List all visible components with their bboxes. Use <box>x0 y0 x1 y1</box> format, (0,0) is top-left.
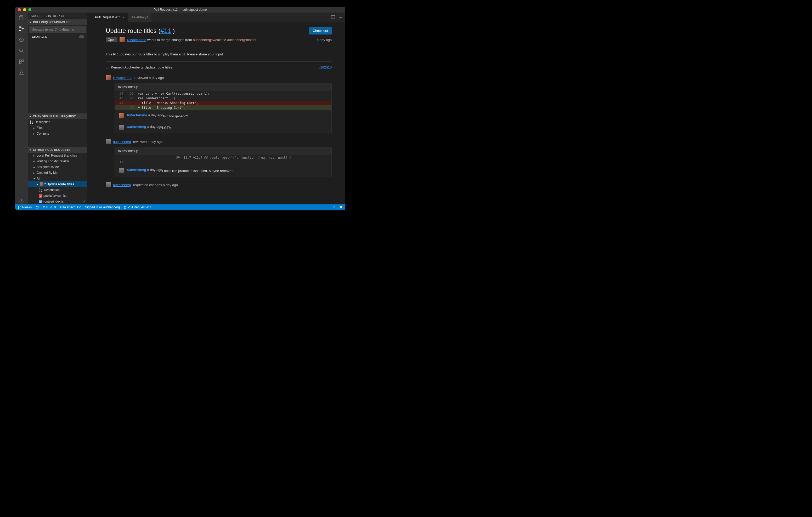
reviewer-link[interactable]: auchenberg <box>113 140 131 144</box>
changes-row[interactable]: CHANGES 0 <box>28 34 87 40</box>
activity-bar <box>15 12 28 204</box>
svg-point-15 <box>39 191 40 191</box>
scm-icon[interactable] <box>18 26 25 32</box>
svg-rect-8 <box>22 60 24 62</box>
ghpr-selected-pr[interactable]: ▾ * Update route titles <box>28 181 87 187</box>
pr-content: Update route titles (#11 ) Check out Ope… <box>87 22 345 204</box>
avatar-icon <box>106 75 111 80</box>
more-icon[interactable]: ⋯ <box>339 15 342 19</box>
titlebar: Pull Request #11 — pullrequest-demo <box>15 7 345 12</box>
pr-description-item[interactable]: Description <box>28 119 87 125</box>
svg-point-16 <box>41 191 42 191</box>
status-bell-icon[interactable] <box>339 206 343 209</box>
chevron-down-icon: ▾ <box>29 21 32 24</box>
svg-point-14 <box>39 188 40 189</box>
status-signed-in[interactable]: Signed in as auchenberg <box>85 206 120 209</box>
minimize-window-button[interactable] <box>23 8 26 11</box>
avatar-icon <box>119 125 124 130</box>
debug-icon[interactable] <box>18 37 25 43</box>
svg-point-6 <box>20 49 23 52</box>
diff-table: 3939var cart = new Cart(req.session.cart… <box>115 91 331 110</box>
ghpr-sel-file1[interactable]: D public/favicon.ico <box>28 193 87 199</box>
svg-point-13 <box>32 123 33 124</box>
ghpr-local[interactable]: ▸Local Pull Request Branches <box>28 153 87 158</box>
commit-row: ◇ Kenneth Auchenberg: Update route title… <box>106 65 332 69</box>
ghpr-created[interactable]: ▸Created By Me <box>28 170 87 176</box>
svg-point-20 <box>20 207 21 207</box>
pr-state-badge: Open <box>106 37 117 42</box>
repo-section-header[interactable]: ▾ PULLREQUEST-DEMO GIT <box>28 19 87 25</box>
split-editor-icon[interactable] <box>331 15 335 19</box>
search-icon[interactable] <box>18 48 25 54</box>
ghpr-sel-file2[interactable]: M routes/index.js ⇄ <box>28 199 87 204</box>
chevron-right-icon: ▸ <box>32 132 36 135</box>
reviewer-link[interactable]: RMacfarlane <box>113 76 133 80</box>
status-autoattach[interactable]: Auto Attach: On <box>59 206 81 209</box>
chevron-right-icon: ▸ <box>32 154 36 157</box>
window-controls <box>15 8 31 11</box>
svg-point-21 <box>124 206 124 207</box>
ghpr-all[interactable]: ▾All <box>28 176 87 181</box>
pr-body: This PR updates our route titles to simp… <box>106 52 332 62</box>
changes-count: 0 <box>79 35 84 38</box>
reviewer-link[interactable]: auchenberg <box>113 183 131 187</box>
window-title: Pull Request #11 — pullrequest-demo <box>15 8 345 11</box>
review-block: RMacfarlane reviewed a day ago routes/in… <box>106 75 332 133</box>
pr-title: Update route titles (#11 ) <box>106 27 175 34</box>
app-window: Pull Request #11 — pullrequest-demo <box>15 7 345 210</box>
changes-label: CHANGES <box>32 35 47 38</box>
chevron-right-icon: ▸ <box>32 172 36 174</box>
commenter-link[interactable]: RMacfarlane <box>127 113 147 118</box>
github-pr-header[interactable]: ▾ GITHUB PULL REQUESTS <box>28 147 87 153</box>
changes-in-pr-header[interactable]: ▾ CHANGES IN PULL REQUEST <box>28 114 87 119</box>
commit-message-input[interactable]: Message (press Cmd+Enter to <box>29 26 86 33</box>
checkout-button[interactable]: Check out <box>309 27 332 34</box>
tab-pull-request[interactable]: ☰ Pull Request #11 × <box>87 12 128 22</box>
pr-commits-item[interactable]: ▸Commits <box>28 131 87 136</box>
svg-point-11 <box>30 121 31 121</box>
svg-point-3 <box>19 30 21 31</box>
status-bar: tweaks ⊘ 0 ⚠ 0 Auto Attach: On Signed in… <box>15 204 345 210</box>
chevron-down-icon: ▾ <box>29 149 32 151</box>
commit-icon: ◇ <box>106 65 108 69</box>
commit-sha-link[interactable]: b282d10 <box>318 65 332 69</box>
files-icon[interactable] <box>18 14 25 21</box>
pr-tab-icon: ☰ <box>90 16 93 19</box>
review-block: auchenberg reviewed a day ago routes/ind… <box>106 139 332 176</box>
status-pr[interactable]: Pull Request #11 <box>123 206 151 209</box>
status-branch[interactable]: tweaks <box>18 206 32 209</box>
status-feedback-icon[interactable]: ☺ <box>332 206 336 209</box>
pr-age: a day ago <box>317 38 332 42</box>
ghpr-waiting[interactable]: ▸Waiting For My Review <box>28 158 87 164</box>
status-problems[interactable]: ⊘ 0 ⚠ 0 <box>42 206 56 209</box>
svg-point-19 <box>18 208 19 209</box>
ghpr-assigned[interactable]: ▸Assigned To Me <box>28 164 87 170</box>
diff-file-path: routes/index.js <box>115 83 331 91</box>
tab-indexjs[interactable]: JS index.js <box>128 12 151 22</box>
review-comment: auchenberga day agoLGTM <box>115 122 331 133</box>
svg-point-23 <box>125 208 126 209</box>
status-sync[interactable] <box>35 206 39 209</box>
commenter-link[interactable]: auchenberg <box>127 168 146 173</box>
extensions-icon[interactable] <box>18 59 25 65</box>
chevron-right-icon: ▸ <box>32 166 36 169</box>
pr-files-item[interactable]: ▸Files <box>28 125 87 131</box>
svg-point-2 <box>19 27 21 28</box>
gear-icon[interactable] <box>18 198 25 204</box>
pr-author-link[interactable]: RMacfarlane <box>127 38 146 42</box>
js-file-icon: JS <box>131 16 135 19</box>
svg-point-22 <box>124 208 124 209</box>
chevron-right-icon: ▸ <box>32 126 36 129</box>
chevron-down-icon: ▾ <box>29 115 32 118</box>
svg-point-12 <box>30 123 31 124</box>
maximize-window-button[interactable] <box>28 8 31 11</box>
close-icon[interactable]: × <box>122 15 124 19</box>
branch-src: auchenberg:tweaks <box>193 38 223 42</box>
repo-kind: GIT <box>66 21 71 24</box>
repo-name: PULLREQUEST-DEMO <box>33 21 65 24</box>
close-window-button[interactable] <box>18 8 21 11</box>
commenter-link[interactable]: auchenberg <box>127 125 146 130</box>
ghpr-sel-description[interactable]: Description <box>28 187 87 193</box>
azure-icon[interactable] <box>18 69 25 76</box>
pr-number-link[interactable]: #11 <box>161 27 171 34</box>
